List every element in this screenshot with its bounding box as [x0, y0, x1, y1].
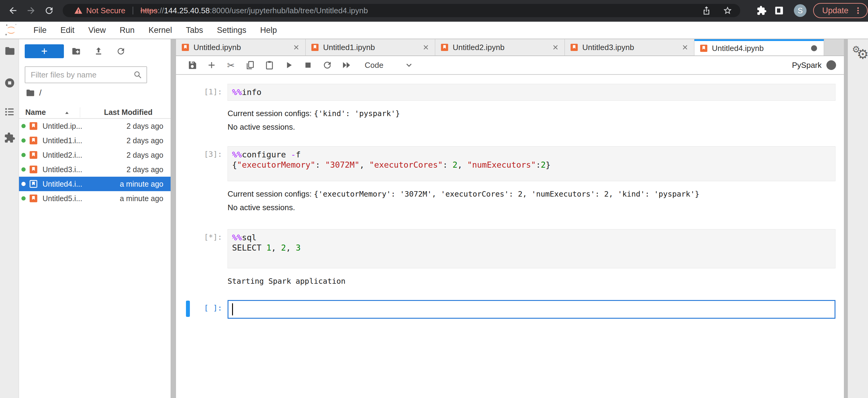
column-last-modified[interactable]: Last Modified [104, 108, 153, 117]
file-name: Untitled1.i... [42, 136, 127, 145]
url-separator: :// [157, 6, 164, 16]
code-token: - [291, 150, 296, 159]
add-cell-icon[interactable] [207, 60, 217, 70]
restart-run-all-icon[interactable] [341, 60, 352, 70]
back-icon[interactable] [8, 5, 18, 16]
menu-edit[interactable]: Edit [54, 26, 82, 35]
file-browser-tab-folder-icon[interactable] [4, 45, 16, 57]
tab-close-icon[interactable] [422, 43, 430, 52]
menu-kernel[interactable]: Kernel [142, 26, 179, 35]
tab-close-icon[interactable] [681, 43, 689, 52]
code-token: "executorCores" [369, 160, 443, 170]
right-scroll-strip[interactable] [844, 39, 848, 398]
execution-count-prompt: [ ]: [176, 300, 227, 312]
column-name[interactable]: Name [25, 108, 46, 117]
file-modified-time: 2 days ago [127, 122, 163, 130]
file-modified-time: 2 days ago [127, 151, 163, 159]
code-cell[interactable]: [1]:%%info [176, 84, 844, 101]
file-row[interactable]: Untitled.ip...2 days ago [19, 119, 170, 133]
new-folder-icon[interactable] [71, 47, 81, 56]
address-bar[interactable]: Not Secure https :// 144.25.40.58 :8000/… [63, 4, 740, 17]
kernel-busy-status-icon [827, 60, 836, 70]
cell-gap [176, 222, 844, 229]
save-icon[interactable] [187, 60, 197, 70]
sort-ascending-icon[interactable] [64, 110, 70, 116]
breadcrumb-root: / [39, 88, 41, 98]
extension-manager-icon[interactable] [4, 132, 16, 144]
code-token: 2 [453, 160, 458, 170]
notebook-tab[interactable]: Untitled1.ipynb [306, 39, 435, 56]
running-status-dot [22, 167, 26, 172]
cell-code-editor[interactable]: %%info [227, 84, 835, 101]
cell-code-editor[interactable] [227, 300, 835, 319]
bookmark-star-icon[interactable] [723, 6, 733, 16]
right-activity-bar: ⚙⚙ [848, 39, 868, 398]
code-token: f [296, 150, 301, 159]
code-token: , [271, 243, 281, 252]
menu-run[interactable]: Run [113, 26, 142, 35]
breadcrumb[interactable]: / [25, 88, 41, 98]
tab-close-icon[interactable] [551, 43, 560, 52]
cell-code-editor[interactable]: %%sqlSELECT 1, 2, 3 [227, 229, 835, 268]
more-menu-icon[interactable] [854, 6, 862, 15]
code-token: 2 [541, 160, 546, 170]
chevron-down-icon [404, 61, 413, 70]
home-folder-icon[interactable] [25, 88, 35, 98]
notebook-tab[interactable]: Untitled3.ipynb [565, 39, 694, 56]
restart-kernel-icon[interactable] [322, 60, 333, 70]
update-button[interactable]: Update [813, 3, 868, 18]
notebook-tab[interactable]: Untitled4.ipynb [694, 39, 824, 56]
side-panel-icon[interactable] [774, 5, 784, 16]
unsaved-changes-dot[interactable] [811, 45, 817, 51]
new-launcher-button[interactable]: + [25, 44, 64, 58]
reload-icon[interactable] [44, 5, 54, 16]
file-row[interactable]: Untitled1.i...2 days ago [19, 133, 170, 148]
active-cell-collapser-bar[interactable] [186, 301, 190, 317]
code-token: 1 [267, 243, 271, 252]
code-cell[interactable]: [3]:%%configure -f{"executorMemory": "30… [176, 146, 844, 181]
share-icon[interactable] [702, 6, 711, 16]
tab-close-icon[interactable] [292, 43, 301, 52]
code-cell[interactable]: [*]:%%sqlSELECT 1, 2, 3 [176, 229, 844, 268]
filter-files-input[interactable]: Filter files by name [25, 66, 147, 83]
cell-gap [176, 142, 844, 146]
cell-type-dropdown[interactable]: Code [365, 61, 413, 70]
cut-cells-icon[interactable]: ✂ [226, 60, 236, 70]
file-row[interactable]: Untitled3.i...2 days ago [19, 162, 170, 177]
panel-splitter[interactable] [170, 39, 176, 398]
menu-tabs[interactable]: Tabs [179, 26, 210, 35]
code-token: "executorMemory" [237, 160, 315, 170]
notebook-tab[interactable]: Untitled2.ipynb [435, 39, 565, 56]
code-cell[interactable]: [ ]: [176, 300, 844, 319]
file-row[interactable]: Untitled5.i...a minute ago [19, 191, 170, 206]
paste-cells-icon[interactable] [264, 60, 275, 70]
run-cell-icon[interactable] [284, 60, 294, 70]
menu-help[interactable]: Help [253, 26, 284, 35]
profile-avatar[interactable]: S [794, 4, 807, 17]
cell-code-editor[interactable]: %%configure -f{"executorMemory": "3072M"… [227, 146, 835, 181]
copy-cells-icon[interactable] [245, 60, 255, 70]
browser-toolbar: Not Secure https :// 144.25.40.58 :8000/… [0, 0, 868, 22]
output-line: Current session configs: {'kind': 'pyspa… [227, 107, 835, 120]
cell-output-area: Current session configs: {'executorMemor… [176, 181, 844, 222]
file-name: Untitled4.i... [42, 180, 120, 188]
menu-view[interactable]: View [82, 26, 113, 35]
url-host: 144.25.40.58 [164, 6, 210, 16]
menu-file[interactable]: File [27, 26, 54, 35]
interrupt-kernel-icon[interactable] [303, 60, 313, 70]
file-row[interactable]: Untitled4.i...a minute ago [19, 177, 170, 191]
menu-settings[interactable]: Settings [210, 26, 253, 35]
output-line: No active sessions. [227, 201, 835, 214]
file-name: Untitled3.i... [42, 165, 127, 174]
forward-icon[interactable] [26, 5, 36, 16]
refresh-icon[interactable] [116, 47, 126, 56]
notebook-file-icon [569, 43, 579, 52]
upload-icon[interactable] [94, 47, 103, 56]
notebook-tab[interactable]: Untitled.ipynb [176, 39, 306, 56]
running-kernels-icon[interactable] [4, 77, 16, 89]
output-text: No active sessions. [227, 122, 295, 131]
extensions-puzzle-icon[interactable] [756, 5, 767, 16]
kernel-name-label[interactable]: PySpark [792, 61, 822, 70]
table-of-contents-icon[interactable] [4, 106, 16, 118]
file-row[interactable]: Untitled2.i...2 days ago [19, 148, 170, 162]
